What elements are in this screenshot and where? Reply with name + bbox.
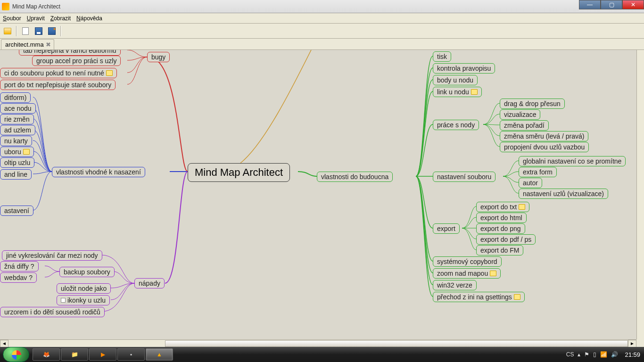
node-export[interactable]: export (433, 223, 460, 234)
node[interactable]: group accel pro práci s uzly (32, 56, 121, 66)
note-icon (106, 70, 113, 76)
titlebar: Mind Map Architect — ▢ ✕ (0, 0, 644, 13)
file-tab[interactable]: architect.mma ✖ (1, 39, 54, 49)
node[interactable]: ikonky u uzlu (57, 295, 110, 305)
close-button[interactable]: ✕ (622, 0, 644, 9)
node[interactable]: změna směru (levá / pravá) (500, 131, 588, 141)
node-label: zoom nad mapou (437, 270, 488, 277)
note-icon (471, 89, 478, 95)
node[interactable]: kontrola pravopisu (433, 63, 495, 74)
node[interactable]: přechod z ini na gsettings (433, 292, 525, 302)
open-button[interactable] (2, 25, 13, 37)
node-label: backup soubory (64, 268, 110, 276)
task-firefox[interactable]: 🦊 (33, 348, 60, 361)
tabbar: architect.mma ✖ (0, 39, 644, 50)
node[interactable]: nastavení uzlů (vizualizace) (519, 189, 608, 199)
node-label: bugy (151, 53, 165, 61)
node-prace-s-nody[interactable]: práce s nody (433, 120, 479, 130)
toolbar-separator (16, 26, 17, 36)
node[interactable]: autor (519, 178, 542, 188)
horizontal-scrollbar[interactable] (0, 339, 636, 347)
node[interactable]: systémový copybord (433, 256, 502, 267)
node[interactable]: and line (0, 169, 32, 180)
node-label: Mind Map Architect (195, 166, 283, 179)
tray-battery-icon[interactable]: ▯ (593, 351, 596, 358)
node[interactable]: ditform) (0, 92, 31, 103)
node[interactable]: astavení (0, 206, 33, 216)
node-nastaveni-souboru[interactable]: nastavení souboru (433, 172, 495, 182)
menu-help[interactable]: Nápověda (76, 15, 102, 22)
node[interactable]: export do png (476, 223, 525, 234)
node[interactable]: export do html (476, 213, 527, 223)
node-label: export do pdf / ps (480, 236, 531, 243)
node[interactable]: ci do souboru pokud to není nutné (0, 68, 117, 78)
node[interactable]: vizualizace (500, 109, 540, 120)
node[interactable]: body u nodu (433, 75, 478, 85)
node[interactable]: export do txt (476, 202, 529, 212)
node-bugy[interactable]: bugy (147, 52, 170, 62)
node[interactable]: uboru (0, 147, 34, 157)
vertical-scrollbar[interactable] (636, 50, 644, 339)
node[interactable]: tab nepřepíná v rámci editformu (19, 50, 121, 56)
tab-label: architect.mma (5, 41, 44, 48)
node-label: propojení dvou uzlů vazbou (504, 143, 585, 151)
task-explorer[interactable]: 📁 (61, 348, 88, 361)
save-as-button[interactable] (46, 25, 58, 37)
tray-volume-icon[interactable]: 🔊 (611, 351, 618, 358)
node-label: nastavení uzlů (vizualizace) (523, 190, 604, 197)
tray-wifi-icon[interactable]: 📶 (600, 351, 607, 358)
node[interactable]: link u nodu (433, 87, 482, 97)
node[interactable]: globalni nastavení co se promítne (519, 156, 626, 166)
tray-chevron-icon[interactable]: ▴ (578, 351, 580, 358)
node[interactable]: oltip uzlu (0, 157, 34, 168)
menu-view[interactable]: Zobrazit (50, 15, 71, 22)
mindmap-canvas[interactable]: Mind Map Architect bugy tab nepřepíná v … (0, 50, 636, 339)
node[interactable]: webdav ? (0, 272, 37, 283)
node[interactable]: ace nodu (0, 103, 36, 114)
maximize-button[interactable]: ▢ (601, 0, 622, 9)
node[interactable]: port do txt nepřepisuje staré soubory (0, 80, 116, 90)
node[interactable]: propojení dvou uzlů vazbou (500, 142, 589, 152)
node[interactable]: žná diffy ? (0, 261, 39, 272)
node[interactable]: backup soubory (59, 267, 115, 277)
node-vlastnosti-budoucna[interactable]: vlastnosti do budoucna (317, 172, 393, 182)
menu-file[interactable]: SSouboroubor (3, 15, 21, 22)
system-tray: CS ▴ ⚑ ▯ 📶 🔊 21:59 (562, 351, 644, 358)
node[interactable]: jiné vykreslování čar mezi nody (2, 250, 102, 261)
node-label: vlastnosti vhodné k nasazení (56, 168, 141, 176)
node-vlastnosti-nasazeni[interactable]: vlastnosti vhodné k nasazení (52, 167, 145, 177)
new-button[interactable] (20, 25, 31, 37)
tray-flag-icon[interactable]: ⚑ (584, 351, 589, 358)
node[interactable]: win32 verze (433, 280, 477, 290)
node-label: uboru (4, 148, 21, 156)
node[interactable]: zoom nad mapou (433, 268, 501, 279)
node[interactable]: drag & drop přesun (500, 99, 565, 109)
save-button[interactable] (33, 25, 44, 37)
toolbar-separator (60, 26, 61, 36)
node[interactable]: export do FM (476, 245, 523, 255)
node-napady[interactable]: nápady (134, 278, 165, 288)
note-icon (514, 294, 520, 300)
node[interactable]: změna pořadí (500, 120, 549, 131)
node[interactable]: uložit node jako (57, 283, 111, 294)
start-button[interactable] (3, 347, 29, 362)
task-terminal[interactable]: ▪ (117, 348, 145, 361)
tray-clock[interactable]: 21:59 (625, 351, 640, 358)
minimize-button[interactable]: — (579, 0, 601, 9)
menu-edit[interactable]: Upravit (27, 15, 45, 22)
root-node[interactable]: Mind Map Architect (188, 163, 290, 182)
scrollbar-thumb[interactable] (165, 340, 628, 347)
node[interactable]: nu karty (0, 136, 32, 146)
node-label: port do txt nepřepisuje staré soubory (4, 81, 111, 89)
tray-lang[interactable]: CS (566, 351, 574, 358)
task-media[interactable]: ▶ (89, 348, 116, 361)
close-tab-icon[interactable]: ✖ (46, 41, 51, 48)
node-label: kontrola pravopisu (437, 65, 491, 72)
node[interactable]: rie změn (0, 114, 34, 124)
node[interactable]: urzorem i do dětí sousedů rodičů (0, 307, 105, 317)
node[interactable]: ad uzlem (0, 125, 35, 135)
node[interactable]: tisk (433, 51, 451, 62)
node[interactable]: export do pdf / ps (476, 234, 536, 245)
node[interactable]: extra form (519, 167, 557, 177)
task-mindmap[interactable]: ▲ (146, 348, 173, 361)
